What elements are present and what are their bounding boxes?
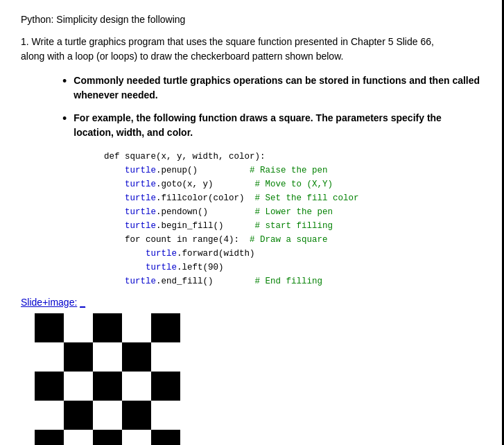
cell-4-2 — [93, 430, 122, 445]
cell-0-4 — [151, 313, 180, 342]
cell-2-0 — [35, 372, 64, 401]
cell-2-4 — [151, 372, 180, 401]
cell-0-0 — [35, 313, 64, 342]
cell-1-2 — [93, 342, 122, 372]
cell-3-4 — [151, 401, 180, 430]
bullet-text-1: Commonly needed turtle graphics operatio… — [73, 73, 483, 103]
cell-2-2 — [93, 372, 122, 401]
cell-3-0 — [35, 401, 64, 430]
cell-1-0 — [35, 342, 64, 372]
cell-4-0 — [35, 430, 64, 445]
bullet-item-1: • Commonly needed turtle graphics operat… — [62, 73, 483, 103]
code-line-6: turtle.begin_fill() # start filling — [104, 219, 483, 233]
cell-2-3 — [122, 372, 151, 401]
cell-0-1 — [64, 313, 93, 342]
cell-3-3 — [122, 401, 151, 430]
slide-label-text: Slide+image: — [21, 297, 77, 308]
bullet-dot-2: • — [62, 111, 67, 127]
checkerboard — [35, 313, 180, 445]
slide-label: Slide+image: _ — [21, 297, 483, 308]
cell-0-3 — [122, 313, 151, 342]
cell-1-4 — [151, 342, 180, 372]
code-line-1: def square(x, y, width, color): — [104, 150, 483, 164]
code-line-10: turtle.end_fill() # End filling — [104, 274, 483, 288]
cell-1-3 — [122, 342, 151, 372]
bullet-section: • Commonly needed turtle graphics operat… — [62, 73, 483, 140]
cell-2-1 — [64, 372, 93, 401]
question-text: 1. Write a turtle graphics program that … — [21, 35, 483, 64]
bullet-item-2: • For example, the following function dr… — [62, 111, 483, 140]
cell-3-2 — [93, 401, 122, 430]
cell-4-1 — [64, 430, 93, 445]
header-text: Python: Simplicity design the following — [21, 14, 483, 25]
bullet-dot-1: • — [62, 73, 67, 89]
code-line-5: turtle.pendown() # Lower the pen — [104, 205, 483, 219]
code-line-7: for count in range(4): # Draw a square — [104, 233, 483, 247]
cell-3-1 — [64, 401, 93, 430]
code-line-3: turtle.goto(x, y) # Move to (X,Y) — [104, 177, 483, 191]
cell-4-4 — [151, 430, 180, 445]
code-line-2: turtle.penup() # Raise the pen — [104, 164, 483, 177]
code-line-4: turtle.fillcolor(color) # Set the fill c… — [104, 191, 483, 205]
bullet-text-2: For example, the following function draw… — [73, 111, 483, 140]
code-line-8: turtle.forward(width) — [104, 247, 483, 261]
cell-0-2 — [93, 313, 122, 342]
code-line-9: turtle.left(90) — [104, 261, 483, 274]
code-block: def square(x, y, width, color): turtle.p… — [104, 150, 483, 288]
question-number: 1. — [21, 36, 32, 47]
slide-label-link[interactable]: _ — [80, 297, 85, 308]
cell-1-1 — [64, 342, 93, 372]
cell-4-3 — [122, 430, 151, 445]
